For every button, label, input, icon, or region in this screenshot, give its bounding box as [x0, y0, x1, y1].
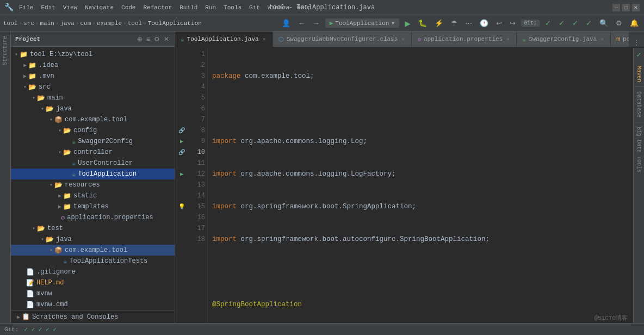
tree-item-idea[interactable]: ▶ 📁 .idea — [11, 60, 175, 71]
tree-item-tool-root[interactable]: ▾ 📁 tool E:\zby\tool — [11, 49, 175, 60]
folder-icon-config: 📂 — [63, 127, 71, 135]
menu-navigate[interactable]: Navigate — [83, 4, 116, 11]
scratches-consoles-item[interactable]: ▶ 📋 Scratches and Consoles — [11, 310, 175, 323]
run-button[interactable]: ▶ — [403, 18, 413, 29]
arrow-src: ▾ — [22, 84, 28, 90]
gutter-line-9[interactable]: ▶ — [175, 136, 188, 147]
breadcrumb-src[interactable]: src — [23, 20, 34, 27]
tree-label-toolapplication: ToolApplication — [78, 170, 137, 178]
tree-item-src[interactable]: ▾ 📂 src — [11, 82, 175, 92]
minimize-button[interactable]: ─ — [612, 4, 620, 11]
tree-label-static: static — [73, 192, 97, 200]
tab-pomxml[interactable]: m pom.xml (tool) ✕ — [611, 32, 629, 47]
breadcrumb-example[interactable]: example — [97, 20, 122, 27]
tab-label-toolapplication: ToolApplication.java — [187, 36, 259, 42]
gutter-line-13 — [175, 179, 188, 190]
run-config-selector[interactable]: ▶ ToolApplication ▾ — [325, 18, 399, 28]
tree-item-main[interactable]: ▾ 📂 main — [11, 92, 175, 103]
user-icon-btn[interactable]: 👤 — [280, 18, 293, 28]
menu-file[interactable]: File — [17, 4, 35, 11]
forward-btn[interactable]: → — [311, 18, 322, 28]
run-config-label: ToolApplication — [335, 20, 389, 27]
debug-btn[interactable]: 🐛 — [416, 18, 429, 28]
tree-item-test-com[interactable]: ▾ 📦 com.example.tool — [11, 245, 175, 256]
close-panel-btn[interactable]: ✕ — [163, 35, 170, 44]
undo-btn[interactable]: ↩ — [494, 18, 504, 28]
history-btn[interactable]: 🕐 — [478, 18, 491, 28]
tab-settings-btn[interactable]: ⋮ — [632, 38, 641, 47]
maven-panel-label[interactable]: Maven — [635, 61, 643, 86]
menu-build[interactable]: Build — [177, 4, 200, 11]
menu-tools[interactable]: Tools — [221, 4, 244, 11]
tab-swaggerui[interactable]: ⬡ SwaggerUiWebMvcConfigurer.class ✕ — [273, 32, 412, 47]
notification-btn[interactable]: 🔔 — [628, 18, 641, 28]
code-editor[interactable]: package com.example.tool; import org.apa… — [208, 48, 633, 323]
tab-close-toolapplication[interactable]: ✕ — [262, 36, 267, 42]
tree-item-static[interactable]: ▶ 📁 static — [11, 190, 175, 201]
editor-panels: ☕ ToolApplication.java ✕ ⬡ SwaggerUiWebM… — [175, 32, 644, 323]
breadcrumb-java[interactable]: java — [60, 20, 74, 27]
vcs-checkmark1[interactable]: ✓ — [543, 18, 553, 28]
tab-close-swagger2config[interactable]: ✕ — [599, 36, 605, 42]
settings-btn[interactable]: ⚙ — [614, 18, 624, 28]
vcs-checkmark2[interactable]: ✓ — [556, 18, 567, 28]
menu-run[interactable]: Run — [203, 4, 218, 11]
code-line-8: @SpringBootApplication — [212, 299, 629, 310]
tree-item-mvn[interactable]: ▶ 📁 .mvn — [11, 71, 175, 82]
tree-item-helpmd[interactable]: 📝 HELP.md — [11, 277, 175, 288]
add-btn[interactable]: ⊕ — [136, 35, 144, 44]
search-btn[interactable]: 🔍 — [597, 18, 610, 28]
tree-item-gitignore[interactable]: 📄 .gitignore — [11, 266, 175, 277]
tab-swagger2config[interactable]: ☕ Swagger2Config.java ✕ — [517, 32, 611, 47]
tab-toolapplication[interactable]: ☕ ToolApplication.java ✕ — [175, 32, 273, 47]
bigdata-panel-label[interactable]: Big Data Tools — [635, 122, 643, 177]
arrow-controller: ▾ — [57, 149, 63, 156]
arrow-scratches: ▶ — [15, 314, 22, 320]
tab-close-swaggerui[interactable]: ✕ — [400, 36, 406, 42]
back-btn[interactable]: ← — [296, 18, 307, 28]
tree-item-templates[interactable]: ▶ 📁 templates — [11, 201, 175, 212]
vcs-checkmark4[interactable]: ✓ — [584, 18, 594, 28]
tree-item-test[interactable]: ▾ 📂 test — [11, 223, 175, 234]
menu-refactor[interactable]: Refactor — [141, 4, 174, 11]
tree-item-config[interactable]: ▾ 📂 config — [11, 125, 175, 136]
tree-item-resources[interactable]: ▾ 📂 resources — [11, 179, 175, 190]
breadcrumb-class[interactable]: ToolApplication — [148, 20, 202, 27]
gutter-line-12[interactable]: ▶ — [175, 169, 188, 179]
database-panel-label[interactable]: Database — [635, 87, 643, 122]
structure-panel-label[interactable]: Structure — [1, 34, 9, 67]
panel-settings-btn[interactable]: ⚙ — [153, 35, 161, 44]
tree-item-test-java[interactable]: ▾ 📂 java — [11, 234, 175, 245]
menu-git[interactable]: Git — [247, 4, 262, 11]
menu-code[interactable]: Code — [119, 4, 138, 11]
tree-item-java[interactable]: ▾ 📂 java — [11, 103, 175, 114]
maximize-button[interactable]: □ — [622, 4, 630, 11]
breadcrumb-tool[interactable]: tool — [3, 20, 17, 27]
menu-view[interactable]: View — [61, 4, 79, 11]
tree-item-appprops[interactable]: ⚙ application.properties — [11, 212, 175, 223]
menu-edit[interactable]: Edit — [39, 4, 57, 11]
more-run-btn[interactable]: ⋯ — [463, 18, 474, 28]
profile-btn[interactable]: ⚡ — [432, 18, 445, 28]
breadcrumb-tool2[interactable]: tool — [128, 20, 142, 27]
tree-item-swagger2config[interactable]: ☕ Swagger2Config — [11, 136, 175, 147]
tree-item-mvnw[interactable]: 📄 mvnw — [11, 288, 175, 299]
breadcrumb-main[interactable]: main — [40, 20, 54, 27]
tab-java-icon-swagger2: ☕ — [522, 36, 526, 43]
tab-appprops[interactable]: ⚙ application.properties ✕ — [412, 32, 517, 47]
tree-item-com-example-tool[interactable]: ▾ 📦 com.example.tool — [11, 114, 175, 125]
breadcrumb-com[interactable]: com — [80, 20, 91, 27]
tab-close-appprops[interactable]: ✕ — [505, 36, 511, 42]
vcs-checkmark3[interactable]: ✓ — [570, 18, 580, 28]
redo-btn[interactable]: ↪ — [507, 18, 518, 28]
tree-label-helpmd: HELP.md — [36, 279, 64, 287]
tree-item-toolapptests[interactable]: ☕ ToolApplicationTests — [11, 256, 175, 266]
tree-item-toolapplication[interactable]: ☕ ToolApplication — [11, 169, 175, 179]
tree-item-usercontroller[interactable]: ☕ UserController — [11, 158, 175, 169]
arrow-static: ▶ — [57, 193, 63, 199]
coverage-btn[interactable]: ☂ — [449, 18, 460, 28]
close-button[interactable]: ✕ — [632, 4, 640, 11]
collapse-btn[interactable]: ≡ — [145, 35, 151, 44]
tree-item-mvnwcmd[interactable]: 📄 mvnw.cmd — [11, 299, 175, 310]
tree-item-controller[interactable]: ▾ 📂 controller — [11, 147, 175, 158]
